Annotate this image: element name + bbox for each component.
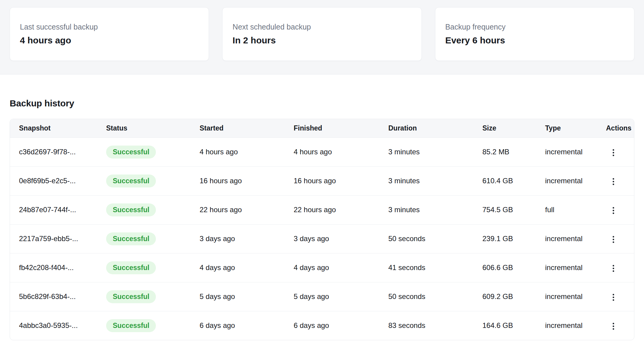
kebab-menu-icon	[613, 294, 614, 295]
duration-cell: 50 seconds	[379, 224, 473, 253]
type-cell: incremental	[536, 166, 597, 195]
actions-cell	[597, 195, 634, 224]
status-cell: Successful	[97, 137, 191, 166]
stat-cards: Last successful backup 4 hours ago Next …	[10, 7, 634, 61]
started-cell: 3 days ago	[191, 224, 285, 253]
column-header-started: Started	[191, 119, 285, 137]
row-actions-button[interactable]	[606, 232, 620, 247]
status-badge: Successful	[106, 203, 156, 216]
type-cell: incremental	[536, 311, 597, 340]
row-actions-button[interactable]	[606, 290, 620, 304]
backup-history-table: Snapshot Status Started Finished Duratio…	[10, 119, 634, 340]
kebab-menu-icon	[613, 149, 614, 151]
type-cell: incremental	[536, 137, 597, 166]
status-cell: Successful	[97, 166, 191, 195]
finished-cell: 5 days ago	[285, 282, 379, 311]
started-cell: 6 days ago	[191, 311, 285, 340]
status-cell: Successful	[97, 282, 191, 311]
column-header-type: Type	[536, 119, 597, 137]
column-header-snapshot: Snapshot	[10, 119, 97, 137]
duration-cell: 50 seconds	[379, 282, 473, 311]
stat-value: Every 6 hours	[445, 35, 624, 46]
started-cell: 4 days ago	[191, 253, 285, 282]
page-title: Backup history	[10, 98, 634, 109]
table-row: fb42c208-f404-... Successful 4 days ago …	[10, 253, 634, 282]
stat-value: In 2 hours	[232, 35, 411, 46]
duration-cell: 3 minutes	[379, 166, 473, 195]
snapshot-cell: fb42c208-f404-...	[10, 253, 97, 282]
kebab-menu-icon	[613, 323, 614, 324]
status-cell: Successful	[97, 195, 191, 224]
stat-label: Backup frequency	[445, 22, 624, 32]
status-cell: Successful	[97, 253, 191, 282]
started-cell: 4 hours ago	[191, 137, 285, 166]
status-badge: Successful	[106, 232, 156, 245]
status-badge: Successful	[106, 146, 156, 159]
finished-cell: 3 days ago	[285, 224, 379, 253]
snapshot-cell: 4abbc3a0-5935-...	[10, 311, 97, 340]
finished-cell: 4 hours ago	[285, 137, 379, 166]
stat-label: Next scheduled backup	[232, 22, 411, 32]
duration-cell: 3 minutes	[379, 137, 473, 166]
size-cell: 610.4 GB	[473, 166, 536, 195]
stat-label: Last successful backup	[20, 22, 199, 32]
started-cell: 5 days ago	[191, 282, 285, 311]
actions-cell	[597, 253, 634, 282]
duration-cell: 41 seconds	[379, 253, 473, 282]
row-actions-button[interactable]	[606, 145, 620, 160]
actions-cell	[597, 311, 634, 340]
actions-cell	[597, 282, 634, 311]
size-cell: 606.6 GB	[473, 253, 536, 282]
size-cell: 609.2 GB	[473, 282, 536, 311]
status-badge: Successful	[106, 319, 156, 332]
size-cell: 754.5 GB	[473, 195, 536, 224]
type-cell: incremental	[536, 253, 597, 282]
row-actions-button[interactable]	[606, 174, 620, 189]
finished-cell: 4 days ago	[285, 253, 379, 282]
finished-cell: 22 hours ago	[285, 195, 379, 224]
status-cell: Successful	[97, 311, 191, 340]
table-row: 0e8f69b5-e2c5-... Successful 16 hours ag…	[10, 166, 634, 195]
kebab-menu-icon	[613, 236, 614, 237]
backup-summary-section: Last successful backup 4 hours ago Next …	[0, 0, 644, 74]
column-header-status: Status	[97, 119, 191, 137]
started-cell: 16 hours ago	[191, 166, 285, 195]
duration-cell: 3 minutes	[379, 195, 473, 224]
started-cell: 22 hours ago	[191, 195, 285, 224]
column-header-size: Size	[473, 119, 536, 137]
stat-value: 4 hours ago	[20, 35, 199, 46]
table-row: 24b87e07-744f-... Successful 22 hours ag…	[10, 195, 634, 224]
actions-cell	[597, 166, 634, 195]
kebab-menu-icon	[613, 207, 614, 209]
status-cell: Successful	[97, 224, 191, 253]
snapshot-cell: c36d2697-9f78-...	[10, 137, 97, 166]
duration-cell: 83 seconds	[379, 311, 473, 340]
type-cell: incremental	[536, 224, 597, 253]
kebab-menu-icon	[613, 265, 614, 266]
type-cell: full	[536, 195, 597, 224]
snapshot-cell: 2217a759-ebb5-...	[10, 224, 97, 253]
row-actions-button[interactable]	[606, 261, 620, 275]
actions-cell	[597, 137, 634, 166]
table-row: 2217a759-ebb5-... Successful 3 days ago …	[10, 224, 634, 253]
snapshot-cell: 0e8f69b5-e2c5-...	[10, 166, 97, 195]
snapshot-cell: 24b87e07-744f-...	[10, 195, 97, 224]
column-header-duration: Duration	[379, 119, 473, 137]
status-badge: Successful	[106, 175, 156, 187]
row-actions-button[interactable]	[606, 203, 620, 218]
table-row: c36d2697-9f78-... Successful 4 hours ago…	[10, 137, 634, 166]
finished-cell: 6 days ago	[285, 311, 379, 340]
snapshot-cell: 5b6c829f-63b4-...	[10, 282, 97, 311]
column-header-finished: Finished	[285, 119, 379, 137]
actions-cell	[597, 224, 634, 253]
size-cell: 239.1 GB	[473, 224, 536, 253]
table-row: 5b6c829f-63b4-... Successful 5 days ago …	[10, 282, 634, 311]
size-cell: 164.6 GB	[473, 311, 536, 340]
finished-cell: 16 hours ago	[285, 166, 379, 195]
status-badge: Successful	[106, 261, 156, 274]
stat-card-last-successful-backup: Last successful backup 4 hours ago	[10, 7, 209, 61]
row-actions-button[interactable]	[606, 319, 620, 334]
table-row: 4abbc3a0-5935-... Successful 6 days ago …	[10, 311, 634, 340]
stat-card-backup-frequency: Backup frequency Every 6 hours	[435, 7, 634, 61]
table-header-row: Snapshot Status Started Finished Duratio…	[10, 119, 634, 137]
